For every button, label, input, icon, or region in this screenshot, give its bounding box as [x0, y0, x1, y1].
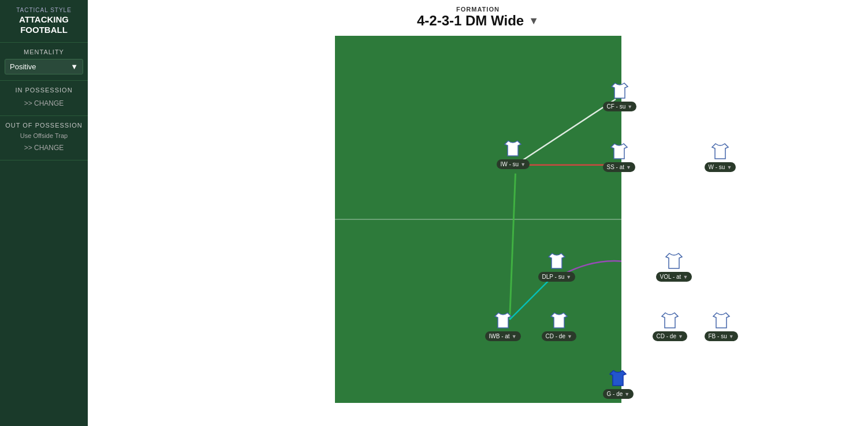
main-area: FORMATION 4-2-3-1 DM Wide ▼	[88, 0, 868, 426]
out-of-possession-change-link[interactable]: >> CHANGE	[5, 141, 83, 154]
player-fb: FB - su ▼	[705, 312, 738, 341]
player-cd1: CD - de ▼	[542, 312, 576, 341]
role-fb[interactable]: FB - su ▼	[705, 331, 738, 341]
shirt-vol	[665, 252, 683, 270]
shirt-fb	[712, 312, 731, 329]
svg-line-0	[515, 99, 616, 165]
shirt-ss	[610, 143, 628, 160]
role-cd1[interactable]: CD - de ▼	[542, 331, 576, 341]
shirt-iwb	[494, 312, 512, 329]
sidebar: TACTICAL STYLE ATTACKING FOOTBALL MENTAL…	[0, 0, 88, 426]
player-iwb: IWB - at ▼	[485, 312, 521, 341]
shirt-cd2	[661, 312, 679, 329]
formation-name-row: 4-2-3-1 DM Wide ▼	[417, 13, 539, 29]
mentality-dropdown[interactable]: Positive ▼	[5, 59, 83, 74]
shirt-gk	[609, 369, 627, 387]
player-vol: VOL - at ▼	[656, 252, 692, 282]
mentality-chevron-icon: ▼	[70, 62, 78, 71]
role-gk[interactable]: G - de ▼	[603, 389, 634, 399]
svg-line-2	[509, 174, 515, 320]
player-w: W - su ▼	[705, 143, 736, 172]
in-possession-label: IN POSSESSION	[5, 87, 83, 94]
out-of-possession-section: OUT OF POSSESSION Use Offside Trap >> CH…	[0, 116, 88, 160]
role-w[interactable]: W - su ▼	[705, 162, 736, 172]
tactical-style-label: TACTICAL STYLE	[5, 7, 83, 13]
formation-label: FORMATION	[456, 6, 500, 13]
mentality-label: MENTALITY	[5, 48, 83, 55]
role-ss[interactable]: SS - at ▼	[603, 162, 636, 172]
shirt-iw	[504, 140, 522, 157]
shirt-w	[711, 143, 729, 160]
formation-header: FORMATION 4-2-3-1 DM Wide ▼	[417, 6, 539, 29]
football-pitch: CF - su ▼ IW - su ▼ SS - at ▼	[334, 35, 623, 404]
shirt-dlp	[547, 252, 566, 270]
sidebar-header: TACTICAL STYLE ATTACKING FOOTBALL	[0, 0, 88, 43]
player-iw: IW - su ▼	[497, 140, 530, 169]
mentality-section: MENTALITY Positive ▼	[0, 43, 88, 81]
in-possession-change-link[interactable]: >> CHANGE	[5, 97, 83, 110]
in-possession-section: IN POSSESSION >> CHANGE	[0, 81, 88, 116]
role-vol[interactable]: VOL - at ▼	[656, 272, 692, 282]
role-dlp[interactable]: DLP - su ▼	[538, 272, 576, 282]
role-cf[interactable]: CF - su ▼	[603, 102, 637, 111]
formation-name: 4-2-3-1 DM Wide	[417, 13, 524, 29]
mentality-value: Positive	[10, 62, 36, 71]
player-ss: SS - at ▼	[603, 143, 636, 172]
player-dlp: DLP - su ▼	[538, 252, 576, 282]
connection-lines	[335, 36, 621, 403]
role-iwb[interactable]: IWB - at ▼	[485, 331, 521, 341]
player-cd2: CD - de ▼	[653, 312, 687, 341]
role-iw[interactable]: IW - su ▼	[497, 159, 530, 169]
formation-chevron-icon[interactable]: ▼	[528, 15, 539, 27]
player-cf: CF - su ▼	[603, 82, 637, 111]
player-gk: G - de ▼	[603, 369, 634, 399]
shirt-cf	[610, 82, 629, 99]
role-cd2[interactable]: CD - de ▼	[653, 331, 687, 341]
style-name: ATTACKING FOOTBALL	[5, 14, 83, 35]
out-of-possession-label: OUT OF POSSESSION	[5, 122, 83, 129]
shirt-cd1	[550, 312, 568, 329]
offside-trap-text: Use Offside Trap	[5, 132, 83, 139]
